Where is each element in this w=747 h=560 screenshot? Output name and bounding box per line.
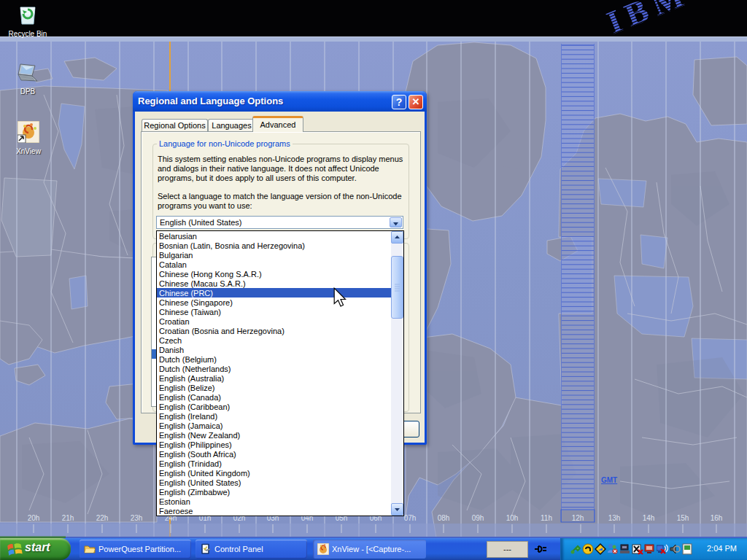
svg-text:22h: 22h xyxy=(96,514,109,522)
svg-text:11h: 11h xyxy=(541,514,552,522)
svg-text:16h: 16h xyxy=(711,514,723,522)
svg-text:07h: 07h xyxy=(404,514,417,522)
svg-text:15h: 15h xyxy=(677,514,689,522)
svg-text:23h: 23h xyxy=(131,514,143,522)
svg-text:12h: 12h xyxy=(572,514,584,522)
svg-text:09h: 09h xyxy=(472,514,484,522)
svg-text:20h: 20h xyxy=(28,514,40,522)
svg-text:21h: 21h xyxy=(62,514,74,522)
svg-text:10h: 10h xyxy=(506,514,519,522)
svg-text:13h: 13h xyxy=(608,514,621,522)
svg-text:GMT: GMT xyxy=(601,476,617,484)
svg-text:14h: 14h xyxy=(643,514,655,522)
svg-text:08h: 08h xyxy=(438,514,450,522)
